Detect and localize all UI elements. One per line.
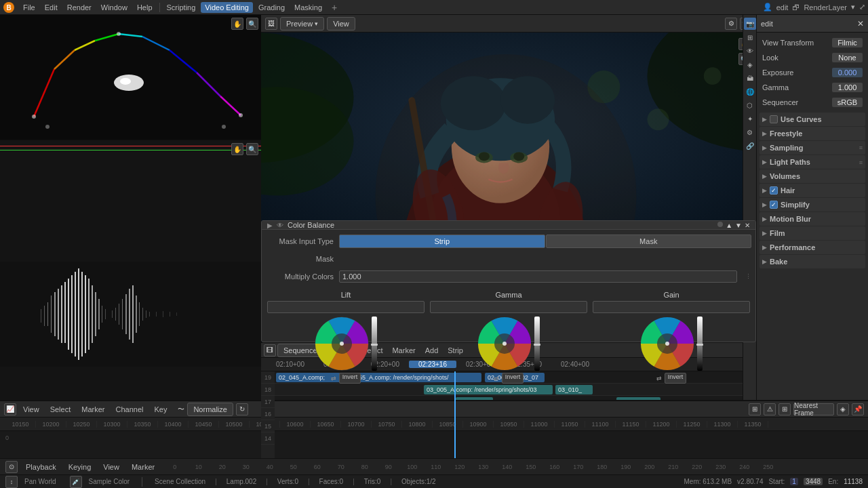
interp-dropdown[interactable]: Nearest Frame: [793, 403, 834, 415]
normalize-btn[interactable]: Normalize: [187, 403, 233, 416]
cb-up-btn[interactable]: ▲: [726, 222, 732, 229]
sidebar-icon-scene[interactable]: 🏔: [744, 72, 756, 84]
zoom-btn[interactable]: 🔍: [246, 18, 258, 30]
anim-pin-btn[interactable]: 📌: [852, 403, 864, 415]
cb-eye-icon[interactable]: 👁: [277, 222, 283, 229]
section-use-curves[interactable]: ▶ Use Curves: [760, 113, 865, 126]
render-layer-dropdown[interactable]: ▾: [851, 3, 855, 12]
anim-menu-channel[interactable]: Channel: [111, 404, 147, 415]
preview-icon-btn[interactable]: 🖼: [265, 18, 277, 30]
sidebar-icon-constraints[interactable]: 🔗: [744, 140, 756, 152]
cb-close-btn[interactable]: ✕: [745, 222, 750, 229]
bl-zoom-btn[interactable]: 🔍: [246, 143, 258, 155]
pb-view-btn[interactable]: View: [99, 462, 123, 472]
anim-menu-key[interactable]: Key: [150, 404, 171, 415]
curves-checkbox[interactable]: [770, 115, 778, 123]
bl-hand-btn[interactable]: ✋: [231, 143, 243, 155]
sidebar-icon-compositor[interactable]: ◈: [744, 58, 756, 70]
sidebar-icon-render[interactable]: 📷: [744, 18, 756, 30]
gamma-color-wheel[interactable]: [477, 317, 532, 371]
menu-render[interactable]: Render: [63, 2, 96, 13]
hair-checkbox[interactable]: ✓: [770, 186, 778, 195]
tab-grading[interactable]: Grading: [254, 2, 289, 13]
gain-color-wheel[interactable]: [640, 317, 694, 371]
tab-video-editing[interactable]: Video Editing: [201, 2, 253, 13]
section-hair[interactable]: ▶ ✓ Hair: [760, 184, 865, 197]
gain-invert-btn[interactable]: Invert: [665, 373, 687, 384]
tab-scripting[interactable]: Scripting: [163, 2, 200, 13]
section-simplify[interactable]: ▶ ✓ Simplify: [760, 198, 865, 211]
lift-color-wheel[interactable]: [315, 317, 369, 371]
sidebar-icon-physics[interactable]: ⚙: [744, 126, 756, 138]
anim-settings2[interactable]: ⚠: [764, 403, 776, 415]
sidebar-icon-view[interactable]: 👁: [744, 45, 756, 57]
end-frame-value[interactable]: 11138: [844, 478, 863, 485]
pan-world-icon[interactable]: ↕: [5, 476, 18, 488]
exposure-value[interactable]: 0.000: [832, 68, 863, 77]
menu-help[interactable]: Help: [133, 2, 157, 13]
tab-add[interactable]: +: [328, 1, 341, 14]
user-icon: 👤: [763, 3, 772, 12]
seq-value[interactable]: sRGB: [832, 98, 863, 107]
anim-menu-view[interactable]: View: [19, 404, 43, 415]
strip-btn[interactable]: Strip: [339, 235, 545, 248]
pb-marker-btn[interactable]: Marker: [127, 462, 159, 472]
pb-keying-btn[interactable]: Keying: [64, 462, 96, 472]
gamma-slider-handle[interactable]: [534, 344, 540, 346]
pb-playback-icon[interactable]: ⊙: [5, 461, 18, 473]
lift-input-bar[interactable]: [267, 301, 425, 313]
tab-masking[interactable]: Masking: [290, 2, 326, 13]
lift-slider-handle[interactable]: [371, 344, 378, 346]
sidebar-icon-particles[interactable]: ✦: [744, 113, 756, 125]
anim-icon-btn[interactable]: 📈: [4, 403, 16, 415]
expand-icon[interactable]: ⤢: [859, 3, 865, 12]
anim-menu-select[interactable]: Select: [46, 404, 75, 415]
anim-menu-marker[interactable]: Marker: [77, 404, 108, 415]
section-film[interactable]: ▶ Film: [760, 226, 865, 240]
multiply-input[interactable]: 1.000: [339, 270, 737, 283]
gamma-value[interactable]: 1.000: [832, 83, 863, 92]
anim-settings3[interactable]: ⊞: [778, 403, 791, 415]
lift-invert-btn[interactable]: Invert: [339, 373, 361, 384]
preview-dropdown[interactable]: Preview: [280, 17, 324, 30]
section-volumes[interactable]: ▶ Volumes: [760, 169, 865, 183]
menu-window[interactable]: Window: [97, 2, 132, 13]
gain-input-bar[interactable]: [593, 301, 750, 313]
start-frame-value[interactable]: 1: [790, 478, 798, 485]
gain-slider-handle[interactable]: [696, 344, 703, 346]
section-freestyle[interactable]: ▶ Freestyle: [760, 127, 865, 140]
normalize-refresh-btn[interactable]: ↻: [236, 403, 248, 415]
gamma-input-bar[interactable]: [430, 301, 587, 313]
view-btn[interactable]: View: [327, 17, 355, 30]
pb-playback-btn[interactable]: Playback: [22, 462, 60, 472]
sidebar-icon-object[interactable]: ⬡: [744, 99, 756, 111]
section-performance[interactable]: ▶ Performance: [760, 241, 865, 254]
lift-slider[interactable]: [372, 317, 377, 371]
preview-settings-btn[interactable]: ⚙: [725, 18, 737, 30]
sidebar-icon-world[interactable]: 🌐: [744, 85, 756, 98]
hand-tool-btn[interactable]: ✋: [231, 18, 243, 30]
window-controls[interactable]: 🗗: [792, 3, 800, 12]
simplify-checkbox[interactable]: ✓: [770, 201, 778, 209]
gamma-slider[interactable]: [534, 317, 540, 371]
curve-viewport[interactable]: ✋ 🔍: [0, 15, 261, 140]
right-close-btn[interactable]: ✕: [857, 19, 864, 28]
current-frame-value[interactable]: 3448: [804, 478, 823, 485]
sidebar-icon-output[interactable]: ⊞: [744, 31, 756, 43]
section-light-paths[interactable]: ▶ Light Paths ≡: [760, 155, 865, 169]
mask-btn[interactable]: Mask: [546, 235, 752, 248]
sample-color-icon[interactable]: 💉: [70, 476, 82, 488]
gamma-invert-btn[interactable]: Invert: [502, 373, 524, 384]
gain-slider[interactable]: [697, 317, 703, 371]
vt-value[interactable]: Filmic: [832, 38, 863, 47]
menu-file-label[interactable]: File: [19, 2, 39, 13]
look-value[interactable]: None: [832, 53, 863, 62]
anim-snap-btn[interactable]: ◈: [837, 403, 849, 415]
section-motion-blur[interactable]: ▶ Motion Blur: [760, 212, 865, 226]
cb-down-btn[interactable]: ▼: [735, 222, 742, 229]
menu-edit[interactable]: Edit: [41, 2, 62, 13]
section-sampling[interactable]: ▶ Sampling ≡: [760, 141, 865, 155]
cb-expand-icon[interactable]: ▶: [267, 222, 273, 229]
section-bake[interactable]: ▶ Bake: [760, 255, 865, 268]
anim-settings1[interactable]: ⊞: [749, 403, 761, 415]
